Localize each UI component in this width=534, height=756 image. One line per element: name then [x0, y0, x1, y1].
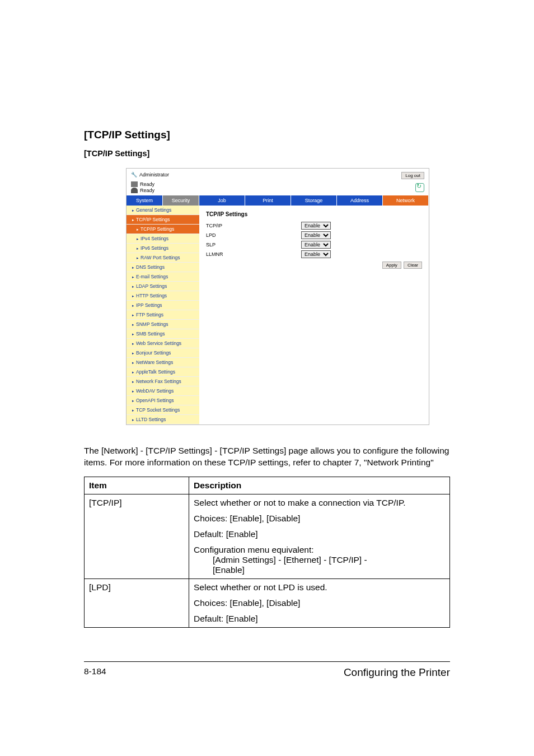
nav-item[interactable]: IPP Settings	[127, 301, 199, 310]
nav-item[interactable]: Network Fax Settings	[127, 377, 199, 386]
page-footer: 8-184 Configuring the Printer	[84, 661, 450, 679]
nav-item[interactable]: SMB Settings	[127, 329, 199, 339]
admin-icon: 🔧	[131, 172, 137, 178]
desc-line: Select whether or not LPD is used.	[194, 582, 445, 592]
apply-button[interactable]: Apply	[382, 262, 401, 269]
desc-line: Configuration menu equivalent: [Admin Se…	[194, 545, 445, 575]
nav-item[interactable]: DNS Settings	[127, 263, 199, 272]
side-navigation: General SettingsTCP/IP SettingsTCP/IP Se…	[127, 206, 199, 424]
refresh-icon[interactable]	[415, 183, 424, 192]
nav-item[interactable]: Bonjour Settings	[127, 348, 199, 358]
field-label: SLP	[206, 242, 301, 248]
printer-icon	[131, 181, 138, 187]
cell-item: [LPD]	[85, 578, 189, 627]
nav-item[interactable]: LLTD Settings	[127, 415, 199, 424]
section-heading: [TCP/IP Settings]	[84, 129, 450, 141]
nav-item[interactable]: E-mail Settings	[127, 272, 199, 282]
desc-line: Default: [Enable]	[194, 614, 445, 624]
embedded-app-screenshot: 🔧 Administrator Log out Ready Ready Syst…	[126, 168, 429, 425]
field-row: LPDEnable	[206, 231, 422, 239]
intro-paragraph: The [Network] - [TCP/IP Settings] - [TCP…	[84, 445, 450, 469]
nav-item[interactable]: WebDAV Settings	[127, 386, 199, 396]
cell-description: Select whether or not to make a connecti…	[189, 494, 450, 578]
th-item: Item	[85, 477, 189, 494]
nav-item[interactable]: OpenAPI Settings	[127, 396, 199, 405]
content-title: TCP/IP Settings	[206, 211, 422, 217]
field-select[interactable]: Enable	[301, 250, 331, 258]
th-description: Description	[189, 477, 450, 494]
field-label: TCP/IP	[206, 223, 301, 228]
field-label: LLMNR	[206, 251, 301, 257]
nav-item[interactable]: General Settings	[127, 206, 199, 215]
desc-line: Choices: [Enable], [Disable]	[194, 514, 445, 524]
page-number: 8-184	[84, 666, 106, 679]
status-text-2: Ready	[140, 188, 154, 193]
field-row: SLPEnable	[206, 241, 422, 249]
nav-item[interactable]: Web Service Settings	[127, 339, 199, 348]
tab-network[interactable]: Network	[383, 195, 429, 206]
tab-job[interactable]: Job	[199, 195, 245, 206]
nav-item[interactable]: TCP/IP Settings	[127, 225, 199, 234]
table-row: [LPD] Select whether or not LPD is used.…	[85, 578, 450, 627]
nav-item[interactable]: NetWare Settings	[127, 358, 199, 367]
cell-item: [TCP/IP]	[85, 494, 189, 578]
sub-heading: [TCP/IP Settings]	[84, 149, 450, 158]
nav-item[interactable]: IPv6 Settings	[127, 244, 199, 253]
tab-security[interactable]: Security	[163, 195, 199, 206]
status-ready-toner: Ready	[131, 188, 154, 193]
clear-button[interactable]: Clear	[404, 262, 422, 269]
field-row: TCP/IPEnable	[206, 222, 422, 230]
nav-item[interactable]: FTP Settings	[127, 310, 199, 320]
table-row: [TCP/IP] Select whether or not to make a…	[85, 494, 450, 578]
logout-button[interactable]: Log out	[401, 172, 424, 179]
nav-item[interactable]: RAW Port Settings	[127, 253, 199, 263]
admin-text: Administrator	[139, 172, 169, 178]
field-select[interactable]: Enable	[301, 241, 331, 249]
desc-line: Choices: [Enable], [Disable]	[194, 598, 445, 608]
status-ready-printer: Ready	[131, 181, 154, 187]
desc-line: Default: [Enable]	[194, 529, 445, 539]
cell-description: Select whether or not LPD is used. Choic…	[189, 578, 450, 627]
field-label: LPD	[206, 232, 301, 238]
field-row: LLMNREnable	[206, 250, 422, 258]
tab-storage[interactable]: Storage	[291, 195, 337, 206]
nav-item[interactable]: IPv4 Settings	[127, 234, 199, 244]
description-table: Item Description [TCP/IP] Select whether…	[84, 477, 450, 628]
field-select[interactable]: Enable	[301, 231, 331, 239]
nav-item[interactable]: TCP Socket Settings	[127, 405, 199, 415]
tab-address[interactable]: Address	[337, 195, 383, 206]
admin-mode-label: 🔧 Administrator	[131, 172, 169, 178]
desc-line: Select whether or not to make a connecti…	[194, 498, 445, 508]
nav-item[interactable]: AppleTalk Settings	[127, 367, 199, 377]
tab-system[interactable]: System	[127, 195, 163, 206]
field-select[interactable]: Enable	[301, 222, 331, 230]
toner-icon	[131, 188, 138, 193]
nav-item[interactable]: LDAP Settings	[127, 282, 199, 291]
status-text-1: Ready	[140, 181, 154, 187]
nav-item[interactable]: TCP/IP Settings	[127, 215, 199, 225]
tab-print[interactable]: Print	[245, 195, 291, 206]
content-area: TCP/IP Settings TCP/IPEnableLPDEnableSLP…	[199, 206, 429, 424]
nav-item[interactable]: SNMP Settings	[127, 320, 199, 329]
nav-item[interactable]: HTTP Settings	[127, 291, 199, 301]
footer-title: Configuring the Printer	[344, 666, 450, 679]
